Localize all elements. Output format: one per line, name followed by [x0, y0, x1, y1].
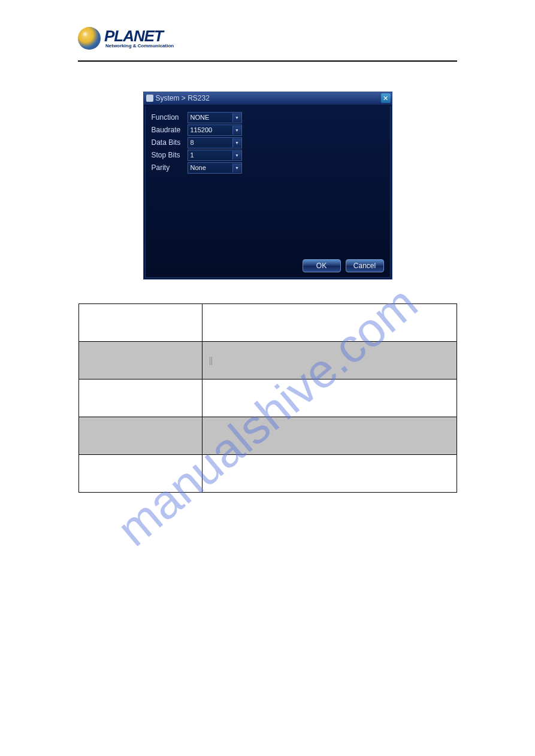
- table-cell: [78, 417, 202, 455]
- close-button[interactable]: ✕: [381, 93, 391, 103]
- label-databits: Data Bits: [152, 138, 188, 147]
- planet-globe-icon: [78, 27, 101, 50]
- select-parity[interactable]: None ▼: [188, 162, 242, 174]
- table-cell: [202, 379, 457, 417]
- table-cell: [202, 304, 457, 342]
- row-stopbits: Stop Bits 1 ▼: [152, 150, 384, 160]
- table-row: [78, 417, 457, 455]
- table-cell: [202, 417, 457, 455]
- chevron-down-icon: ▼: [232, 126, 241, 135]
- thin-bar-icon: [210, 357, 212, 365]
- select-databits-value: 8: [191, 139, 194, 146]
- header-divider: [78, 60, 457, 62]
- table-cell: [202, 342, 457, 379]
- select-parity-value: None: [191, 164, 206, 171]
- select-function-value: NONE: [191, 114, 210, 121]
- table-cell: [78, 304, 202, 342]
- table-row: [78, 342, 457, 379]
- select-stopbits[interactable]: 1 ▼: [188, 150, 242, 161]
- select-baudrate[interactable]: 115200 ▼: [188, 125, 242, 136]
- row-baudrate: Baudrate 115200 ▼: [152, 125, 384, 135]
- dialog-title: System > RS232: [156, 94, 210, 102]
- select-function[interactable]: NONE ▼: [188, 112, 242, 123]
- table-cell: [78, 455, 202, 493]
- table-row: [78, 304, 457, 342]
- chevron-down-icon: ▼: [232, 138, 241, 147]
- dialog-title-icon: [146, 95, 153, 102]
- chevron-down-icon: ▼: [232, 163, 241, 172]
- cancel-button[interactable]: Cancel: [346, 259, 384, 272]
- close-icon: ✕: [383, 95, 388, 102]
- chevron-down-icon: ▼: [232, 113, 241, 122]
- ok-button-label: OK: [316, 262, 327, 270]
- label-parity: Parity: [152, 163, 188, 172]
- logo-sub-text: Networking & Communication: [105, 44, 174, 48]
- dialog-titlebar: System > RS232 ✕: [144, 92, 392, 105]
- table-row: [78, 379, 457, 417]
- rs232-dialog: System > RS232 ✕ Function NONE ▼ Baudrat…: [143, 92, 392, 280]
- table-cell: [78, 379, 202, 417]
- ok-button[interactable]: OK: [303, 259, 341, 272]
- row-databits: Data Bits 8 ▼: [152, 137, 384, 148]
- dialog-button-row: OK Cancel: [303, 259, 384, 272]
- select-databits[interactable]: 8 ▼: [188, 137, 242, 148]
- label-baudrate: Baudrate: [152, 126, 188, 134]
- logo-main-text: PLANET: [104, 28, 174, 44]
- description-table: [78, 303, 457, 493]
- dialog-wrapper: System > RS232 ✕ Function NONE ▼ Baudrat…: [78, 92, 457, 280]
- chevron-down-icon: ▼: [232, 151, 241, 160]
- table-cell: [78, 342, 202, 379]
- table-row: [78, 455, 457, 493]
- select-baudrate-value: 115200: [191, 126, 213, 133]
- label-stopbits: Stop Bits: [152, 151, 188, 159]
- label-function: Function: [152, 113, 188, 122]
- page-header: PLANET Networking & Communication: [78, 27, 457, 50]
- row-function: Function NONE ▼: [152, 112, 384, 123]
- table-cell: [202, 455, 457, 493]
- row-parity: Parity None ▼: [152, 162, 384, 173]
- select-stopbits-value: 1: [191, 151, 194, 159]
- dialog-body: Function NONE ▼ Baudrate 115200 ▼ Data B…: [145, 106, 391, 278]
- cancel-button-label: Cancel: [353, 262, 376, 270]
- logo-text-block: PLANET Networking & Communication: [104, 28, 174, 48]
